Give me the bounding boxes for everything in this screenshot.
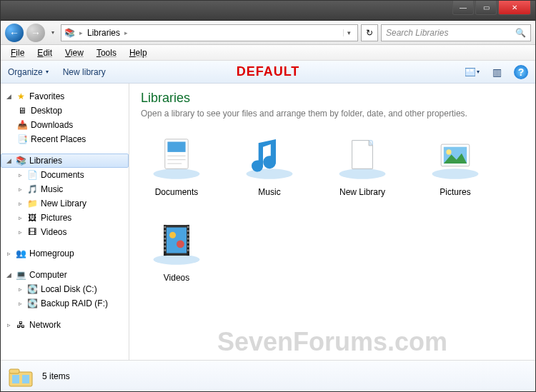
svg-rect-26 xyxy=(164,238,166,240)
svg-rect-36 xyxy=(187,249,189,251)
svg-rect-28 xyxy=(164,246,166,248)
svg-rect-32 xyxy=(187,234,189,236)
svg-rect-31 xyxy=(187,230,189,232)
svg-rect-34 xyxy=(187,241,189,243)
music-library-icon xyxy=(241,133,298,183)
tree-recent-places[interactable]: 📑Recent Places xyxy=(1,132,129,146)
library-label: Videos xyxy=(164,273,189,283)
body: ◢ ★ Favorites 🖥Desktop 📥Downloads 📑Recen… xyxy=(1,84,535,360)
collapse-icon[interactable]: ◢ xyxy=(5,93,12,100)
collapse-icon[interactable]: ◢ xyxy=(5,271,12,278)
svg-point-15 xyxy=(446,149,451,154)
svg-rect-18 xyxy=(167,228,187,253)
drive-icon: 💽 xyxy=(26,298,38,309)
svg-rect-40 xyxy=(22,375,29,383)
search-input[interactable]: Search Libraries 🔍 xyxy=(381,24,531,41)
tree-videos[interactable]: ▹🎞Videos xyxy=(1,225,129,239)
tree-desktop[interactable]: 🖥Desktop xyxy=(1,104,129,118)
content-pane[interactable]: Libraries Open a library to see your fil… xyxy=(129,84,535,360)
videos-library-icon xyxy=(148,218,205,268)
music-icon: 🎵 xyxy=(26,184,38,195)
minimize-button[interactable]: — xyxy=(452,1,474,15)
nav-history-dropdown[interactable]: ▾ xyxy=(48,24,58,41)
watermark: SevenForums.com xyxy=(217,327,447,357)
svg-rect-30 xyxy=(187,226,189,228)
maximize-button[interactable]: ▭ xyxy=(475,1,497,15)
organize-button[interactable]: Organize▾ xyxy=(8,67,49,77)
tree-local-disk-c[interactable]: ▹💽Local Disk (C:) xyxy=(1,282,129,296)
tree-pictures[interactable]: ▹🖼Pictures xyxy=(1,211,129,225)
menu-edit[interactable]: Edit xyxy=(31,46,58,59)
svg-rect-39 xyxy=(12,375,19,383)
tree-favorites[interactable]: ◢ ★ Favorites xyxy=(1,89,129,104)
library-label: New Library xyxy=(339,187,385,197)
titlebar[interactable]: — ▭ ✕ xyxy=(1,1,535,21)
svg-point-19 xyxy=(169,232,176,238)
drive-icon: 💽 xyxy=(26,283,38,295)
overlay-label: DEFAULT xyxy=(237,64,300,79)
svg-rect-35 xyxy=(187,246,189,248)
close-button[interactable]: ✕ xyxy=(498,1,531,15)
svg-rect-33 xyxy=(187,238,189,240)
svg-point-9 xyxy=(247,169,293,179)
breadcrumb-sep-icon[interactable]: ▸ xyxy=(79,29,83,36)
library-pictures[interactable]: Pictures xyxy=(420,133,491,197)
tree-documents[interactable]: ▹📄Documents xyxy=(1,168,129,182)
tree-homegroup[interactable]: ▹ 👥 Homegroup xyxy=(1,246,129,261)
search-placeholder: Search Libraries xyxy=(386,28,448,38)
svg-rect-5 xyxy=(167,142,185,152)
tree-network[interactable]: ▹ 🖧 Network xyxy=(1,318,129,332)
collapse-icon[interactable]: ◢ xyxy=(5,157,12,164)
recent-icon: 📑 xyxy=(16,134,28,145)
menu-view[interactable]: View xyxy=(59,46,89,59)
address-bar[interactable]: 📚 ▸ Libraries ▸ ▾ xyxy=(61,24,358,41)
svg-rect-1 xyxy=(467,69,470,71)
view-options-button[interactable]: ▾ xyxy=(465,65,480,79)
libraries-icon xyxy=(8,365,34,388)
library-label: Documents xyxy=(155,187,199,197)
expand-icon[interactable]: ▹ xyxy=(5,321,12,328)
library-new-library[interactable]: New Library xyxy=(327,133,398,197)
videos-icon: 🎞 xyxy=(26,226,38,238)
refresh-button[interactable]: ↻ xyxy=(361,24,378,41)
explorer-window: — ▭ ✕ ← → ▾ 📚 ▸ Libraries ▸ ▾ ↻ Search L… xyxy=(0,0,536,392)
library-documents[interactable]: Documents xyxy=(141,133,212,197)
svg-point-20 xyxy=(177,241,184,248)
tree-libraries[interactable]: ◢ 📚 Libraries xyxy=(1,154,129,168)
nav-tree[interactable]: ◢ ★ Favorites 🖥Desktop 📥Downloads 📑Recen… xyxy=(1,84,129,360)
menu-tools[interactable]: Tools xyxy=(91,46,122,59)
address-dropdown[interactable]: ▾ xyxy=(343,29,354,36)
tree-new-library[interactable]: ▹📁New Library xyxy=(1,196,129,211)
nav-bar: ← → ▾ 📚 ▸ Libraries ▸ ▾ ↻ Search Librari… xyxy=(1,21,535,45)
svg-point-12 xyxy=(432,169,479,179)
expand-icon[interactable]: ▹ xyxy=(5,250,12,257)
new-library-button[interactable]: New library xyxy=(63,67,106,77)
svg-rect-23 xyxy=(164,226,166,228)
svg-rect-2 xyxy=(470,69,473,71)
page-title: Libraries xyxy=(141,91,524,106)
tree-downloads[interactable]: 📥Downloads xyxy=(1,118,129,132)
breadcrumb-sep-icon[interactable]: ▸ xyxy=(124,29,128,36)
tree-backup-raid-f[interactable]: ▹💽Backup RAID (F:) xyxy=(1,296,129,311)
breadcrumb-libraries[interactable]: Libraries xyxy=(87,28,120,38)
help-button[interactable]: ? xyxy=(514,65,528,79)
forward-button[interactable]: → xyxy=(26,24,45,42)
library-grid: Documents Music New Library xyxy=(141,133,524,283)
libraries-icon: 📚 xyxy=(64,28,75,38)
menu-help[interactable]: Help xyxy=(124,46,153,59)
desktop-icon: 🖥 xyxy=(16,105,28,116)
documents-library-icon xyxy=(148,133,205,183)
library-videos[interactable]: Videos xyxy=(141,218,212,283)
preview-pane-button[interactable]: ▥ xyxy=(490,65,504,79)
menu-file[interactable]: File xyxy=(5,46,30,59)
tree-computer[interactable]: ◢ 💻 Computer xyxy=(1,268,129,282)
pictures-library-icon xyxy=(427,133,484,183)
library-icon: 📁 xyxy=(26,198,38,209)
svg-rect-27 xyxy=(164,241,166,243)
menu-bar: File Edit View Tools Help xyxy=(1,45,535,61)
back-button[interactable]: ← xyxy=(5,24,24,42)
search-icon[interactable]: 🔍 xyxy=(515,28,526,38)
pictures-icon: 🖼 xyxy=(26,212,38,223)
tree-music[interactable]: ▹🎵Music xyxy=(1,182,129,196)
library-music[interactable]: Music xyxy=(234,133,305,197)
